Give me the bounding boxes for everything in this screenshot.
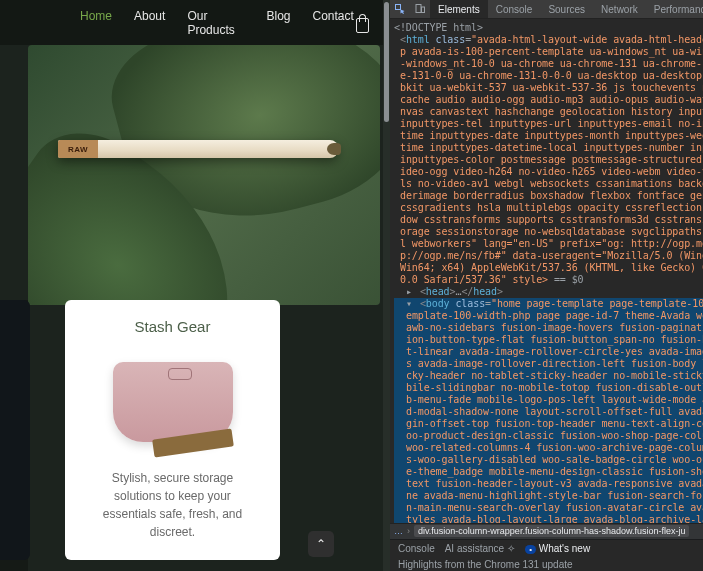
- pouch-graphic: [113, 362, 233, 442]
- product-cards-row: ng Accessories KINGSIZE DoinkROLLERZ l t…: [0, 300, 360, 560]
- devtools-main-panel: Elements Console Sources Network Perform…: [390, 0, 703, 571]
- dom-head[interactable]: <head>…</head>: [394, 286, 703, 298]
- device-toolbar-icon[interactable]: [410, 0, 430, 18]
- card-accessories[interactable]: ng Accessories KINGSIZE DoinkROLLERZ l t…: [0, 300, 30, 560]
- hero-image: [28, 45, 380, 305]
- drawer-tab-whats-new[interactable]: • What's new: [525, 543, 590, 554]
- card-image: [113, 347, 233, 457]
- breadcrumb-ellipsis[interactable]: …: [394, 526, 403, 536]
- tab-elements[interactable]: Elements: [430, 0, 488, 18]
- dom-html-open[interactable]: <html class="avada-html-layout-wide avad…: [394, 34, 703, 286]
- website-viewport: Home About Our Products Blog Contact ng …: [0, 0, 390, 571]
- tab-network[interactable]: Network: [593, 0, 646, 18]
- svg-rect-2: [422, 7, 425, 13]
- caret-icon[interactable]: [406, 298, 414, 310]
- tab-sources[interactable]: Sources: [540, 0, 593, 18]
- new-badge-icon: •: [525, 545, 536, 554]
- tab-console[interactable]: Console: [488, 0, 541, 18]
- card-stash-gear[interactable]: Stash Gear Stylish, secure storage solut…: [65, 300, 280, 560]
- svg-rect-1: [416, 5, 421, 13]
- nav-about[interactable]: About: [134, 9, 165, 37]
- cart-icon[interactable]: [354, 13, 371, 33]
- svg-rect-0: [396, 5, 401, 10]
- hero-joint-graphic: [58, 140, 338, 158]
- breadcrumb-current[interactable]: div.fusion-column-wrapper.fusion-column-…: [414, 525, 689, 537]
- inspect-element-icon[interactable]: [390, 0, 410, 18]
- drawer-tab-console[interactable]: Console: [398, 543, 435, 554]
- dom-breadcrumbs[interactable]: … › div.fusion-column-wrapper.fusion-col…: [390, 523, 703, 539]
- sparkle-icon: ✧: [507, 543, 515, 554]
- devtools-drawer: Console AI assistance ✧ • What's new ✕ H…: [390, 539, 703, 571]
- card-title: Stash Gear: [135, 318, 211, 335]
- page-scrollbar[interactable]: [383, 0, 390, 571]
- nav-contact[interactable]: Contact: [313, 9, 354, 37]
- drawer-tab-ai-assistance[interactable]: AI assistance ✧: [445, 543, 515, 554]
- devtools-panel: Elements Console Sources Network Perform…: [390, 0, 703, 571]
- dom-body-open[interactable]: <body class="home page-template page-tem…: [394, 298, 703, 523]
- dom-doctype[interactable]: <!DOCTYPE html>: [394, 22, 703, 34]
- nav-our-products[interactable]: Our Products: [187, 9, 244, 37]
- devtools-toolbar: Elements Console Sources Network Perform…: [390, 0, 703, 19]
- caret-icon[interactable]: [406, 286, 414, 298]
- page-scrollbar-thumb[interactable]: [384, 2, 389, 122]
- drawer-content: Highlights from the Chrome 131 update: [390, 558, 703, 571]
- nav-home[interactable]: Home: [80, 9, 112, 37]
- card-description: Stylish, secure storage solutions to kee…: [103, 469, 242, 541]
- tab-performance[interactable]: Performance: [646, 0, 703, 18]
- nav-blog[interactable]: Blog: [266, 9, 290, 37]
- dom-tree[interactable]: <!DOCTYPE html> <html class="avada-html-…: [390, 19, 703, 523]
- scroll-to-top-button[interactable]: ⌃: [308, 531, 334, 557]
- main-nav: Home About Our Products Blog Contact: [80, 9, 354, 37]
- site-header: Home About Our Products Blog Contact: [0, 0, 383, 45]
